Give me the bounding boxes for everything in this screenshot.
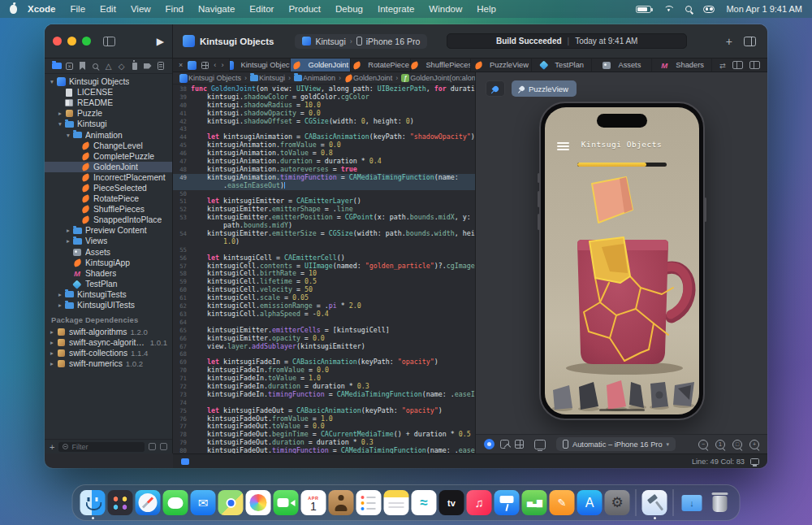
dock-item-messages[interactable]: [163, 490, 188, 515]
line-col-indicator[interactable]: Line: 49 Col: 83: [692, 458, 745, 466]
kintsugi-mug-scene[interactable]: [545, 172, 699, 414]
dock-item-mail[interactable]: [191, 490, 216, 515]
menu-item-integrate[interactable]: Integrate: [370, 4, 421, 14]
zoom-fit-button[interactable]: □: [732, 440, 742, 449]
close-button[interactable]: [53, 37, 62, 46]
tree-item-kintsugiuitests[interactable]: ▸KintsugiUITests: [45, 300, 172, 310]
tree-item-changelevel[interactable]: ChangeLevel: [45, 141, 172, 151]
close-tab-icon[interactable]: ×: [179, 61, 183, 69]
navigator-tab-bookmarks[interactable]: [77, 61, 88, 72]
tree-item-goldenjoint[interactable]: GoldenJoint: [45, 162, 172, 172]
editor-layout-icon[interactable]: [744, 37, 756, 46]
dock-item-facetime[interactable]: [274, 490, 299, 515]
dock-item-launchpad[interactable]: [108, 490, 133, 515]
selectable-mode-button[interactable]: [500, 440, 509, 449]
spotlight-search-icon[interactable]: [685, 6, 692, 12]
tab-assets[interactable]: Assets: [591, 59, 651, 72]
forward-icon[interactable]: ›: [221, 61, 223, 69]
tree-item-views[interactable]: ▸Views: [45, 236, 172, 246]
tab-testplan[interactable]: TestPlan: [531, 59, 591, 72]
tree-item-animation[interactable]: ▾Animation: [45, 129, 172, 140]
package-item-swift-algorithms[interactable]: ▸swift-algorithms1.2.0: [45, 327, 172, 337]
dock-item-appletv[interactable]: [439, 490, 464, 515]
code-editor[interactable]: Kintsugi Objects›Kintsugi›Animation›Gold…: [173, 72, 475, 453]
menu-item-debug[interactable]: Debug: [328, 4, 370, 14]
zoom-100-button[interactable]: 1: [715, 440, 725, 449]
sidebar-toggle-icon[interactable]: [103, 37, 115, 46]
minimize-button[interactable]: [67, 37, 76, 46]
apple-logo-icon[interactable]: [10, 5, 17, 14]
tab-goldenjoint[interactable]: GoldenJoint: [290, 59, 350, 72]
run-button[interactable]: ▶: [157, 36, 164, 47]
preview-device-pill[interactable]: Automatic – iPhone 16 Pro ▾: [556, 437, 676, 451]
app-screen[interactable]: Kintsugi Objects: [545, 107, 699, 414]
back-icon[interactable]: ‹: [214, 61, 216, 69]
dock-item-xcode[interactable]: [642, 490, 667, 515]
tree-item-preview-content[interactable]: ▸Preview Content: [45, 225, 172, 236]
breadcrumb-item[interactable]: Kintsugi Objects: [179, 74, 241, 82]
navigator-tab-issues[interactable]: △: [103, 61, 114, 72]
add-button[interactable]: +: [726, 35, 732, 48]
device-settings-button[interactable]: [534, 440, 546, 449]
tree-item-shaders[interactable]: MShaders: [45, 268, 172, 279]
breadcrumb-item[interactable]: Kintsugi: [250, 74, 285, 82]
navigator-tab-find[interactable]: [90, 61, 101, 72]
dock-item-music[interactable]: [467, 490, 492, 515]
tree-item-incorrectplacement[interactable]: IncorrectPlacement: [45, 172, 172, 183]
package-item-swift-collections[interactable]: ▸swift-collections1.1.4: [45, 348, 172, 358]
zoom-out-button[interactable]: −: [698, 440, 708, 449]
activity-status[interactable]: Build Succeeded | Today at 9:41 AM: [447, 33, 687, 49]
swap-editors-icon[interactable]: ⇄: [719, 61, 726, 70]
battery-icon[interactable]: [636, 6, 651, 13]
tree-item-license[interactable]: LICENSE: [45, 87, 172, 98]
recent-filter-icon[interactable]: [149, 443, 156, 450]
dock-item-calendar[interactable]: APR1: [301, 490, 326, 515]
navigator-tab-project[interactable]: [51, 61, 62, 72]
dock-item-freeform[interactable]: [412, 490, 437, 515]
dock-item-numbers[interactable]: [522, 490, 547, 515]
tree-item-assets[interactable]: Assets: [45, 247, 172, 258]
dock-item-finder[interactable]: [80, 490, 106, 515]
tree-item-testplan[interactable]: TestPlan: [45, 279, 172, 289]
tab-overview-icon[interactable]: [201, 62, 209, 69]
menu-item-view[interactable]: View: [123, 4, 158, 14]
breadcrumb-item[interactable]: ƒGoldenJoint(on:along:for:): [401, 74, 475, 82]
menu-item-find[interactable]: Find: [158, 4, 191, 14]
tree-item-kintsugitests[interactable]: ▸KintsugiTests: [45, 289, 172, 300]
menu-item-edit[interactable]: Edit: [93, 4, 123, 14]
menu-item-help[interactable]: Help: [469, 4, 503, 14]
tree-item-readme[interactable]: README: [45, 98, 172, 108]
tab-shaders[interactable]: MShaders: [651, 59, 711, 72]
dock-item-downloads[interactable]: [680, 490, 705, 515]
dock-item-keynote[interactable]: [495, 490, 520, 515]
tree-item-pieceselected[interactable]: PieceSelected: [45, 183, 172, 193]
dock-item-settings[interactable]: [605, 490, 630, 515]
tab-kintsugi-objects[interactable]: Kintsugi Objects: [229, 59, 289, 72]
minimap-icon[interactable]: [732, 61, 743, 69]
dock-item-trash[interactable]: [707, 490, 732, 515]
navigator-tab-debug[interactable]: [129, 61, 140, 72]
dock-item-photos[interactable]: [246, 490, 271, 515]
variants-button[interactable]: [515, 440, 524, 449]
navigator-tab-tests[interactable]: ◇: [116, 61, 127, 72]
tree-item-puzzle[interactable]: ▸Puzzle: [45, 108, 172, 119]
tree-item-shufflepieces[interactable]: ShufflePieces: [45, 204, 172, 215]
menu-item-window[interactable]: Window: [421, 4, 469, 14]
run-destination[interactable]: iPhone 16 Pro: [366, 37, 421, 46]
tab-rotatepiece[interactable]: RotatePiece: [350, 59, 410, 72]
package-item-swift-numerics[interactable]: ▸swift-numerics1.0.2: [45, 358, 172, 369]
menu-clock[interactable]: Mon Apr 1 9:41 AM: [726, 4, 802, 14]
menu-item-navigate[interactable]: Navigate: [191, 4, 242, 14]
zoom-button[interactable]: [82, 37, 91, 46]
tab-shufflepieces[interactable]: ShufflePieces: [410, 59, 470, 72]
menu-item-xcode[interactable]: Xcode: [20, 4, 63, 14]
source-code[interactable]: 38func GoldenJoint(on view: UIView, alon…: [173, 85, 475, 453]
tree-item-rotatepiece[interactable]: RotatePiece: [45, 193, 172, 204]
tab-puzzleview[interactable]: PuzzleView: [470, 59, 530, 72]
menu-item-file[interactable]: File: [63, 4, 93, 14]
package-item-swift-async-algorithms[interactable]: ▸swift-async-algorithms1.0.1: [45, 337, 172, 348]
tree-item-snappedintoplace[interactable]: SnappedIntoPlace: [45, 215, 172, 225]
breadcrumb-item[interactable]: GoldenJoint: [344, 74, 392, 82]
menu-hamburger-icon[interactable]: [557, 142, 569, 153]
inspector-toggle-icon[interactable]: [749, 61, 760, 69]
